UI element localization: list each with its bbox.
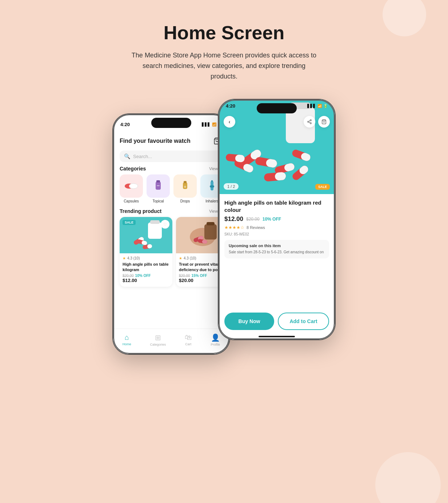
page-title: Home Screen bbox=[164, 22, 284, 44]
add-to-cart-button[interactable]: Add to Cart bbox=[278, 313, 329, 330]
battery-icon-2: 🔋 bbox=[323, 104, 328, 108]
svg-point-8 bbox=[184, 186, 186, 188]
status-time-2: 4:20 bbox=[226, 103, 235, 109]
sale-badge-1: SALE bbox=[123, 220, 136, 225]
deco-circle-top bbox=[383, 0, 426, 36]
product-name: High angle pills on table kilogram red c… bbox=[224, 199, 329, 213]
nav-cart[interactable]: 🛍 Cart bbox=[185, 333, 192, 346]
price-row: $12.00 $20.00 10% OFF bbox=[224, 216, 329, 223]
sale-badge-hero: SALE bbox=[315, 184, 330, 190]
discount-1: 10% OFF bbox=[135, 274, 151, 278]
svg-rect-13 bbox=[148, 222, 162, 239]
phone-product-screen: 4:20 ▋▋▋ 📶 🔋 bbox=[219, 100, 335, 339]
product-details: High angle pills on table kilogram red c… bbox=[219, 194, 335, 308]
phone1-header: Find your favourite watch bbox=[113, 132, 229, 149]
svg-rect-28 bbox=[207, 222, 215, 225]
discount: 10% OFF bbox=[263, 217, 281, 222]
reviews: 8 Reviews bbox=[247, 225, 265, 230]
search-bar[interactable]: 🔍 Search... bbox=[120, 150, 223, 162]
svg-point-49 bbox=[308, 121, 309, 123]
wifi-icon: 📶 bbox=[212, 122, 216, 126]
svg-rect-10 bbox=[211, 180, 213, 182]
original-price: $20.00 bbox=[246, 217, 260, 222]
notch bbox=[151, 118, 191, 128]
rating-text-2: 4.3 (10) bbox=[184, 256, 196, 260]
nav-home-label: Home bbox=[123, 342, 131, 346]
category-label-inhalers: Inhalers bbox=[205, 199, 219, 203]
svg-rect-14 bbox=[150, 220, 160, 224]
sku: SKU: 85-WE02 bbox=[224, 232, 329, 236]
product-name-1: High angle pills on table kilogram bbox=[123, 262, 169, 272]
rating-row: ★★★★☆ 8 Reviews bbox=[224, 225, 329, 230]
category-topical[interactable]: Topical bbox=[147, 174, 170, 203]
discount-2: 15% OFF bbox=[192, 274, 207, 278]
page-subtitle: The Medicine Store App Home Screen provi… bbox=[129, 50, 319, 81]
original-price-1: $20.00 bbox=[123, 274, 134, 278]
phone2-content: 4:20 ▋▋▋ 📶 🔋 bbox=[219, 100, 335, 339]
svg-rect-7 bbox=[184, 181, 187, 183]
wishlist-button-1[interactable]: ♡ bbox=[161, 220, 169, 229]
svg-point-48 bbox=[310, 120, 312, 121]
rating-text-1: 4.3 (10) bbox=[127, 256, 140, 260]
cart-button[interactable] bbox=[318, 116, 330, 128]
svg-rect-5 bbox=[157, 185, 160, 186]
price-row-1: $20.00 10% OFF bbox=[123, 274, 169, 278]
nav-cart-label: Cart bbox=[185, 342, 191, 346]
bottom-nav: ⌂ Home ⊞ Categories 🛍 Cart 👤 Profile bbox=[113, 329, 229, 354]
signal-icon: ▋▋▋ bbox=[202, 122, 211, 126]
phone1-title: Find your favourite watch bbox=[120, 138, 191, 144]
current-price: $12.00 bbox=[224, 216, 243, 223]
original-price-2: $20.00 bbox=[179, 274, 190, 278]
search-icon: 🔍 bbox=[124, 153, 130, 159]
svg-rect-4 bbox=[156, 180, 160, 182]
stars: ★★★★☆ bbox=[224, 225, 244, 230]
phones-container: 4:20 ▋▋▋ 📶 🔋 Find your favourite watch bbox=[7, 100, 441, 354]
category-thumb-topical bbox=[147, 174, 170, 198]
signal-icon-2: ▋▋▋ bbox=[307, 104, 316, 108]
nav-categories[interactable]: ⊞ Categories bbox=[150, 333, 166, 346]
product-info-1: ★ 4.3 (10) High angle pills on table kil… bbox=[120, 253, 172, 287]
cart-nav-icon: 🛍 bbox=[185, 333, 192, 342]
svg-point-2 bbox=[129, 184, 138, 189]
categories-header: Categories View all bbox=[113, 166, 229, 174]
svg-line-51 bbox=[309, 122, 310, 123]
product-card-1[interactable]: SALE ♡ bbox=[120, 217, 172, 287]
categories-row: Capsules Topical bbox=[113, 174, 229, 208]
categories-label: Categories bbox=[120, 166, 146, 172]
phone1-content: Find your favourite watch 🔍 Search... Ca… bbox=[113, 132, 229, 354]
status-icons-2: ▋▋▋ 📶 🔋 bbox=[307, 103, 328, 109]
product-image-1: SALE ♡ bbox=[120, 217, 172, 253]
status-bar-2: 4:20 ▋▋▋ 📶 🔋 bbox=[219, 103, 335, 109]
share-button[interactable] bbox=[304, 116, 315, 128]
nav-home[interactable]: ⌂ Home bbox=[123, 333, 131, 346]
action-buttons bbox=[304, 116, 330, 128]
buy-now-button[interactable]: Buy Now bbox=[224, 313, 274, 330]
category-label-capsules: Capsules bbox=[124, 199, 139, 203]
deco-circle-bottom bbox=[375, 452, 441, 503]
category-capsules[interactable]: Capsules bbox=[120, 174, 143, 203]
trending-products-row: SALE ♡ bbox=[113, 217, 229, 287]
upcoming-text: Sale start from 28-5-23 to 5-6-23. Get a… bbox=[229, 250, 325, 255]
svg-rect-11 bbox=[210, 185, 214, 188]
category-drops[interactable]: Drops bbox=[173, 174, 197, 203]
wifi-icon-2: 📶 bbox=[317, 104, 322, 108]
search-placeholder: Search... bbox=[133, 154, 152, 159]
product-action-buttons: Buy Now Add to Cart bbox=[219, 308, 335, 336]
image-counter: 1 / 2 bbox=[224, 183, 239, 190]
home-icon: ⌂ bbox=[125, 333, 129, 342]
category-thumb-capsules bbox=[120, 174, 143, 198]
category-thumb-drops bbox=[173, 174, 197, 198]
product-rating-1: ★ 4.3 (10) bbox=[123, 256, 169, 260]
upcoming-label: Upcoming sale on this item bbox=[229, 244, 325, 248]
nav-categories-label: Categories bbox=[150, 343, 166, 346]
current-price-1: $12.00 bbox=[123, 278, 169, 283]
stars-1: ★ bbox=[123, 256, 126, 260]
trending-label: Trending product bbox=[120, 208, 161, 214]
status-time: 4:20 bbox=[120, 122, 130, 127]
svg-rect-27 bbox=[204, 224, 217, 240]
home-indicator bbox=[259, 336, 295, 337]
product-hero-image: 4:20 ▋▋▋ 📶 🔋 bbox=[219, 100, 335, 194]
trending-header: Trending product View all bbox=[113, 208, 229, 217]
stars-2: ★ bbox=[179, 256, 182, 260]
upcoming-sale-box: Upcoming sale on this item Sale start fr… bbox=[224, 240, 329, 258]
